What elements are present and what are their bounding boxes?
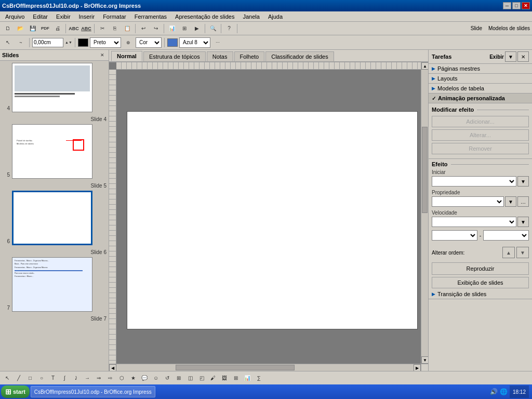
minimize-button[interactable]: ─ xyxy=(503,2,511,9)
redo-button[interactable]: ↪ xyxy=(150,23,162,34)
menu-arquivo[interactable]: Arquivo xyxy=(2,13,28,20)
propriedade-extra[interactable]: … xyxy=(517,196,529,207)
3d-tool[interactable]: ◰ xyxy=(196,373,207,383)
bezier-button[interactable]: ~ xyxy=(15,37,26,48)
vscroll-up[interactable]: ▲ xyxy=(421,62,428,70)
copy-button[interactable]: ⎘ xyxy=(109,23,121,34)
propriedade-select[interactable] xyxy=(432,196,504,207)
hscroll-thumb[interactable] xyxy=(176,365,295,370)
hscroll-right[interactable]: ▶ xyxy=(414,364,421,371)
line-tool[interactable]: ╱ xyxy=(14,373,24,383)
flowchart-tool[interactable]: ⬡ xyxy=(116,373,127,383)
media-button[interactable]: ▶ xyxy=(191,23,203,34)
velocidade-select2[interactable] xyxy=(432,230,477,241)
arrow2-tool[interactable]: ⇒ xyxy=(94,373,104,383)
slide-item-6[interactable]: 6 xyxy=(2,191,107,245)
rotate-tool[interactable]: ↺ xyxy=(162,373,172,383)
menu-exibir[interactable]: Exibir xyxy=(53,13,74,20)
maximize-button[interactable]: □ xyxy=(512,2,521,9)
arrow-button[interactable]: ↖ xyxy=(2,37,14,48)
iniciar-dropdown[interactable]: ▼ xyxy=(517,176,529,187)
remover-button[interactable]: Remover xyxy=(432,143,529,154)
fill-btn[interactable]: ⊕ xyxy=(123,37,134,48)
align-tool[interactable]: ⊞ xyxy=(174,373,184,383)
taskbar-app[interactable]: CsBrOffImpress01Jul10.odp - BrOffice.org… xyxy=(31,386,155,397)
vscrollbar[interactable]: ▲ ▼ xyxy=(421,62,428,364)
tasks-close-btn[interactable]: ✕ xyxy=(517,51,529,62)
slide-thumb-7[interactable]: Ferramentas - Macro - Organizar Macros..… xyxy=(12,257,92,312)
curve-tool[interactable]: ∫ xyxy=(59,373,70,383)
tab-classificador[interactable]: Classificador de slides xyxy=(265,51,334,61)
undo-button[interactable]: ↩ xyxy=(138,23,149,34)
shadow-tool[interactable]: ◫ xyxy=(185,373,195,383)
ordem-up-button[interactable]: ▲ xyxy=(502,247,515,258)
ellipse-tool[interactable]: ○ xyxy=(36,373,47,383)
menu-ajuda[interactable]: Ajuda xyxy=(265,13,286,20)
section-modelos-header[interactable]: Modelos de tabela xyxy=(429,84,532,93)
spellcheck2-button[interactable]: ABC xyxy=(81,23,92,34)
table-button[interactable]: ⊞ xyxy=(179,23,190,34)
paste-button[interactable]: 📋 xyxy=(122,23,133,34)
new-button[interactable]: 🗋 xyxy=(2,23,14,34)
tasks-view-btn[interactable]: ▼ xyxy=(505,51,516,62)
animacao-header[interactable]: Animação personalizada xyxy=(429,94,532,103)
slide-item-4[interactable]: 4 xyxy=(2,63,107,112)
exibicao-button[interactable]: Exibição de slides xyxy=(432,277,529,288)
insert-table[interactable]: ⊞ xyxy=(231,373,241,383)
velocidade-select3[interactable] xyxy=(483,230,529,241)
section-transicao-header[interactable]: Transição de slides xyxy=(429,289,532,299)
slide-thumb-4[interactable] xyxy=(12,63,92,112)
menu-apresentacao[interactable]: Apresentação de slides xyxy=(172,13,237,20)
slide-thumb-5[interactable]: Painel de tarefasModelos de tabela xyxy=(12,124,92,179)
tab-notas[interactable]: Notas xyxy=(207,51,233,61)
tab-topicos[interactable]: Estrutura de tópicos xyxy=(143,51,206,61)
arrow-tool[interactable]: → xyxy=(82,373,92,383)
color2-select[interactable]: Azul 8 xyxy=(179,37,210,48)
slide-thumb-6[interactable] xyxy=(12,191,92,245)
ordem-down-button[interactable]: ▼ xyxy=(516,247,529,258)
vscroll-down[interactable]: ▼ xyxy=(421,356,428,364)
slides-close-button[interactable]: ✕ xyxy=(98,51,107,59)
velocidade-select[interactable] xyxy=(432,217,516,227)
section-layouts-header[interactable]: Layouts xyxy=(429,74,532,83)
color-select[interactable]: Preto xyxy=(90,37,121,48)
save-button[interactable]: 💾 xyxy=(27,23,38,34)
velocidade-dropdown[interactable]: ▼ xyxy=(517,217,529,227)
close-button[interactable]: ✕ xyxy=(522,2,530,9)
menu-inserir[interactable]: Inserir xyxy=(76,13,98,20)
menu-janela[interactable]: Janela xyxy=(240,13,262,20)
section-paginas-header[interactable]: Páginas mestres xyxy=(429,64,532,73)
position-input[interactable]: 0,00cm xyxy=(32,38,63,47)
help-button[interactable]: ? xyxy=(223,23,235,34)
open-button[interactable]: 📂 xyxy=(15,23,26,34)
start-button[interactable]: ⊞ start xyxy=(1,385,30,398)
spellcheck-button[interactable]: ABC xyxy=(68,23,79,34)
alterar-button[interactable]: Alterar... xyxy=(432,129,529,141)
find-button[interactable]: 🔍 xyxy=(207,23,219,34)
print-button[interactable]: 🖨 xyxy=(52,23,63,34)
menu-editar[interactable]: Editar xyxy=(30,13,51,20)
iniciar-select[interactable] xyxy=(432,176,516,187)
propriedade-dropdown[interactable]: ▼ xyxy=(505,196,516,207)
star-tool[interactable]: ★ xyxy=(128,373,138,383)
pdf-button[interactable]: PDF xyxy=(39,23,51,34)
slide-canvas[interactable] xyxy=(127,111,418,329)
adicionar-button[interactable]: Adicionar... xyxy=(432,116,529,127)
cut-button[interactable]: ✂ xyxy=(97,23,108,34)
chart-button[interactable]: 📊 xyxy=(166,23,178,34)
paint-tool[interactable]: 🖌 xyxy=(208,373,218,383)
insert-formula[interactable]: ∑ xyxy=(254,373,264,383)
tab-folheto[interactable]: Folheto xyxy=(234,51,265,61)
reproduzir-button[interactable]: Reproduzir xyxy=(432,262,529,275)
connector-tool[interactable]: ⤸ xyxy=(71,373,81,383)
slide-item-5[interactable]: 5 Painel de tarefasModelos de tabela xyxy=(2,124,107,179)
hscrollbar[interactable]: ◀ ▶ xyxy=(109,364,421,371)
slide-item-7[interactable]: 7 Ferramentas - Macro - Organizar Macros… xyxy=(2,257,107,312)
more-btn[interactable]: ⋯ xyxy=(212,37,223,48)
effect-select[interactable]: Cor xyxy=(136,37,162,48)
text-tool[interactable]: T xyxy=(48,373,58,383)
menu-ferramentas[interactable]: Ferramentas xyxy=(131,13,170,20)
callout-tool[interactable]: 💬 xyxy=(139,373,150,383)
insert-image[interactable]: 🖼 xyxy=(219,373,230,383)
tab-normal[interactable]: Normal xyxy=(111,51,142,61)
